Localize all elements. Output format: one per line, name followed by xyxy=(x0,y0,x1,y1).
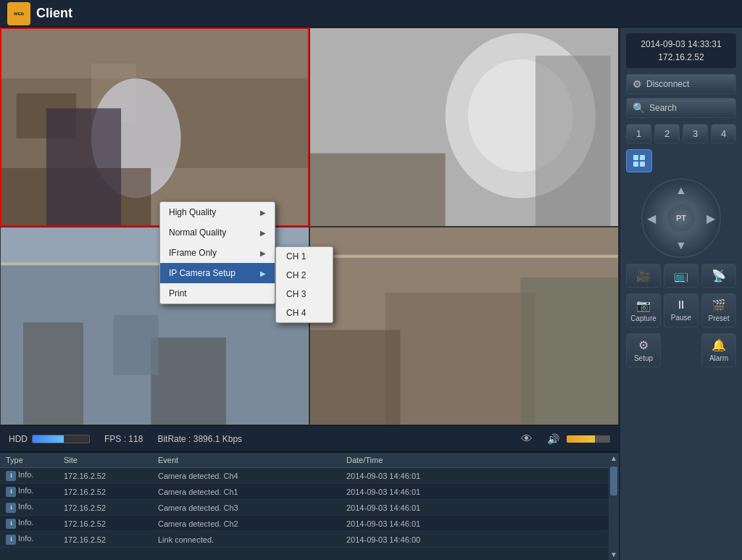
log-type: ℹInfo. xyxy=(0,532,58,548)
sidebar-ip: 172.16.2.52 xyxy=(633,51,729,64)
video-action-btn-3[interactable]: 📡 xyxy=(701,264,736,288)
log-tbody: ℹInfo. 172.16.2.52 Camera detected. Ch4 … xyxy=(0,468,609,548)
channel-buttons: 1 2 3 4 xyxy=(626,124,736,143)
disconnect-button[interactable]: ⚙ Disconnect xyxy=(626,74,736,94)
submenu[interactable]: CH 1 CH 2 CH 3 CH 4 xyxy=(275,246,333,323)
speaker-control[interactable]: 🔊 xyxy=(547,433,610,445)
app-logo: WEB xyxy=(7,2,30,25)
svg-rect-6 xyxy=(46,108,121,225)
scroll-down-arrow[interactable]: ▼ xyxy=(609,549,619,560)
svg-rect-21 xyxy=(520,277,618,425)
log-scrollbar[interactable]: ▲ ▼ xyxy=(609,453,619,560)
preset-icon: 🎬 xyxy=(712,298,726,312)
log-site: 172.16.2.52 xyxy=(58,516,152,532)
log-type: ℹInfo. xyxy=(0,468,58,484)
svg-rect-19 xyxy=(310,254,618,257)
log-datetime: 2014-09-03 14:46:01 xyxy=(341,500,609,516)
video-action-btn-2[interactable]: 📺 xyxy=(664,264,699,288)
svg-rect-16 xyxy=(151,337,226,425)
setup-button[interactable]: ⚙ Setup xyxy=(626,333,661,367)
ptz-right-arrow[interactable]: ▶ xyxy=(706,212,715,225)
submenu-ch3[interactable]: CH 3 xyxy=(276,285,333,304)
log-site: 172.16.2.52 xyxy=(58,500,152,516)
ctx-ip-camera-setup[interactable]: IP Camera Setup ▶ xyxy=(160,263,275,283)
eye-control[interactable]: 👁 xyxy=(521,432,533,446)
grid-view-button[interactable] xyxy=(626,149,652,172)
ch-btn-2[interactable]: 2 xyxy=(654,124,680,143)
submenu-ch1[interactable]: CH 1 xyxy=(276,247,333,266)
log-row: ℹInfo. 172.16.2.52 Link connected. 2014-… xyxy=(0,532,609,548)
log-row: ℹInfo. 172.16.2.52 Camera detected. Ch2 … xyxy=(0,516,609,532)
svg-rect-11 xyxy=(535,56,611,226)
sidebar: 2014-09-03 14:33:31 172.16.2.52 ⚙ Discon… xyxy=(619,28,742,560)
grid-cell-3 xyxy=(633,162,638,167)
ch-btn-4[interactable]: 4 xyxy=(711,124,736,143)
log-site: 172.16.2.52 xyxy=(58,532,152,548)
disconnect-label: Disconnect xyxy=(646,79,689,89)
main-layout: CH1 640×360 CH2 640×360 xyxy=(0,28,742,560)
submenu-ch2[interactable]: CH 2 xyxy=(276,266,333,285)
log-table: Type Site Event Date/Time ℹInfo. 172.16.… xyxy=(0,453,609,548)
ptz-left-arrow[interactable]: ◀ xyxy=(647,212,656,225)
fps-status: FPS : 118 xyxy=(104,434,143,444)
col-datetime: Date/Time xyxy=(341,453,609,468)
log-content: Type Site Event Date/Time ℹInfo. 172.16.… xyxy=(0,453,609,560)
video-icon-1: 🎥 xyxy=(636,269,651,283)
log-area: Type Site Event Date/Time ℹInfo. 172.16.… xyxy=(0,451,619,560)
ctx-arrow-1: ▶ xyxy=(260,229,266,237)
eye-icon[interactable]: 👁 xyxy=(521,432,533,446)
capture-button[interactable]: 📷 Capture xyxy=(626,293,661,327)
log-datetime: 2014-09-03 14:46:01 xyxy=(341,484,609,500)
log-datetime: 2014-09-03 14:46:01 xyxy=(341,468,609,484)
sidebar-info: 2014-09-03 14:33:31 172.16.2.52 xyxy=(626,33,736,68)
content-area: CH1 640×360 CH2 640×360 xyxy=(0,28,619,560)
ctx-high-quality[interactable]: High Quality ▶ xyxy=(160,202,275,222)
log-row: ℹInfo. 172.16.2.52 Camera detected. Ch3 … xyxy=(0,500,609,516)
camera-cell-4[interactable]: R xyxy=(309,227,619,426)
col-type: Type xyxy=(0,453,58,468)
search-label: Search xyxy=(649,103,677,113)
channel-row: 1 2 3 4 xyxy=(626,124,736,143)
log-event: Link connected. xyxy=(152,532,341,548)
ctx-arrow-2: ▶ xyxy=(260,249,266,257)
ptz-down-arrow[interactable]: ▼ xyxy=(675,239,687,252)
ptz-wheel[interactable]: ▲ ▼ ◀ ▶ PT xyxy=(641,178,721,258)
ctx-iframe-only[interactable]: IFrame Only ▶ xyxy=(160,243,275,263)
video-icon-3: 📡 xyxy=(712,269,726,283)
speaker-icon[interactable]: 🔊 xyxy=(547,433,559,445)
capture-label: Capture xyxy=(630,314,656,322)
camera-cell-2[interactable]: CH2 640×360 xyxy=(309,28,619,227)
scroll-up-arrow[interactable]: ▲ xyxy=(609,453,619,464)
hdd-label: HDD xyxy=(9,434,28,444)
sidebar-datetime: 2014-09-03 14:33:31 xyxy=(633,38,729,51)
ctx-normal-quality[interactable]: Normal Quality ▶ xyxy=(160,222,275,243)
grid-icon xyxy=(633,155,645,167)
log-event: Camera detected. Ch2 xyxy=(152,516,341,532)
context-menu[interactable]: High Quality ▶ Normal Quality ▶ IFrame O… xyxy=(159,201,275,304)
video-action-btn-1[interactable]: 🎥 xyxy=(626,264,661,288)
camera-cell-1[interactable]: CH1 640×360 xyxy=(0,28,309,227)
log-site: 172.16.2.52 xyxy=(58,468,152,484)
log-datetime: 2014-09-03 14:46:00 xyxy=(341,532,609,548)
ch-btn-3[interactable]: 3 xyxy=(683,124,708,143)
svg-rect-22 xyxy=(310,330,400,425)
action-buttons-row3: ⚙ Setup 🔔 Alarm xyxy=(626,333,736,367)
spacer xyxy=(664,333,667,367)
log-datetime: 2014-09-03 14:46:01 xyxy=(341,516,609,532)
action-buttons-grid: 🎥 📺 📡 xyxy=(626,264,736,288)
scroll-thumb[interactable] xyxy=(610,467,617,496)
ctx-print[interactable]: Print xyxy=(160,283,275,304)
ch-btn-1[interactable]: 1 xyxy=(626,124,651,143)
volume-bar xyxy=(567,435,610,443)
col-site: Site xyxy=(58,453,152,468)
submenu-ch4[interactable]: CH 4 xyxy=(276,304,333,322)
log-type: ℹInfo. xyxy=(0,500,58,516)
grid-cell-1 xyxy=(633,155,638,160)
log-event: Camera detected. Ch1 xyxy=(152,484,341,500)
ptz-center-label[interactable]: PT xyxy=(667,204,696,233)
search-button[interactable]: 🔍 Search xyxy=(626,98,736,118)
alarm-button[interactable]: 🔔 Alarm xyxy=(701,333,736,367)
ptz-up-arrow[interactable]: ▲ xyxy=(675,184,687,197)
pause-button[interactable]: ⏸ Pause xyxy=(664,293,699,327)
preset-button[interactable]: 🎬 Preset xyxy=(701,293,736,327)
